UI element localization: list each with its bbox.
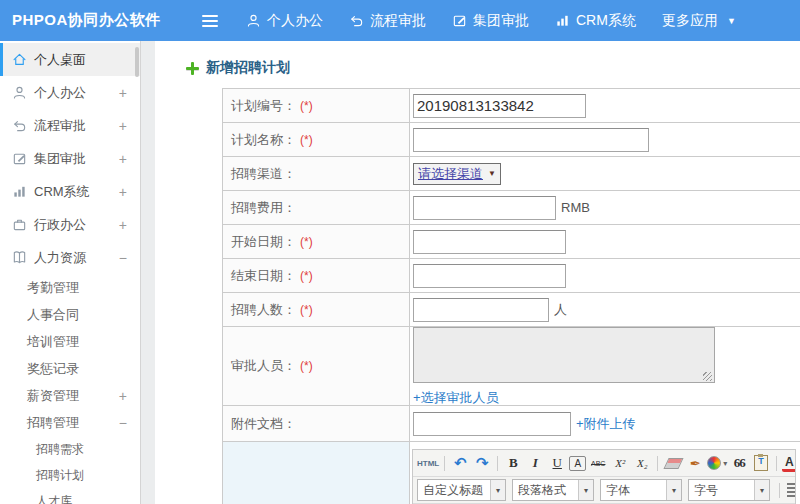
page-title: 新增招聘计划 (206, 59, 290, 77)
nav-item-personal-office[interactable]: 个人办公 (246, 12, 323, 30)
nav-item-more-apps[interactable]: 更多应用▼ (662, 12, 736, 30)
sidebar-item-label: 薪资管理 (27, 387, 79, 405)
sidebar-item-salary-management[interactable]: 薪资管理+ (0, 382, 140, 409)
approvers-textarea[interactable] (413, 327, 715, 383)
collapse-icon[interactable]: − (119, 250, 127, 266)
sidebar-item-label: 招聘需求 (36, 441, 84, 458)
chart-icon (555, 13, 570, 28)
richtext-editor: HTML↶↷BIUAABCX²X₂✒▾66A▾ab▾自定义标题▾段落格式▾字体▾… (412, 449, 796, 504)
approvers-picker-link[interactable]: +选择审批人员 (413, 389, 499, 407)
recruitment-cost-input[interactable] (413, 196, 556, 220)
sidebar-item-recruitment-plan[interactable]: 招聘计划 (0, 462, 140, 488)
eraser-button[interactable] (663, 453, 683, 473)
undo-button[interactable]: ↶ (450, 453, 470, 473)
app-title: PHPOA协同办公软件 (0, 11, 188, 30)
subscript-button[interactable]: X₂ (632, 453, 652, 473)
field-label-text: 审批人员： (231, 357, 296, 375)
nav-item-label: CRM系统 (576, 12, 636, 30)
field-value (410, 89, 800, 122)
nav-item-label: 个人办公 (267, 12, 323, 30)
field-label-text: 附件文档： (231, 415, 296, 433)
recruitment-channel-select[interactable]: 请选择渠道▼ (413, 163, 501, 185)
sidebar-item-recruitment-management[interactable]: 招聘管理− (0, 409, 140, 436)
sidebar-item-personal-desktop[interactable]: 个人桌面 (0, 43, 140, 76)
end-date-input[interactable] (413, 264, 566, 288)
headcount-input[interactable] (413, 298, 549, 322)
sidebar-item-personal-office[interactable]: 个人办公+ (0, 76, 140, 109)
sidebar-item-label: 培训管理 (27, 333, 79, 351)
sidebar-item-workflow-approval[interactable]: 流程审批+ (0, 109, 140, 142)
sidebar-item-training-management[interactable]: 培训管理 (0, 328, 140, 355)
form-row-approvers: 审批人员：(*)+选择审批人员 (223, 327, 800, 406)
color-palette-icon (707, 456, 721, 470)
field-label: 附件文档： (223, 406, 410, 441)
font-color-button[interactable]: A▾ (782, 454, 795, 472)
menu-toggle-button[interactable] (202, 15, 218, 27)
paragraph-format-select[interactable]: 段落格式▾ (512, 479, 594, 501)
strikethrough-button[interactable]: ABC (588, 453, 608, 473)
align-left-icon[interactable] (787, 483, 795, 497)
font-family-select[interactable]: 字体▾ (600, 479, 682, 501)
sidebar-item-human-resources[interactable]: 人力资源− (0, 241, 140, 274)
font-size-select[interactable]: 字号▾ (688, 479, 770, 501)
paste-button[interactable] (751, 453, 771, 473)
app-root: { "glyphs": {"caret_down":"▼","caret_sma… (0, 0, 800, 504)
expand-icon[interactable]: + (119, 184, 127, 200)
form-row-headcount: 招聘人数：(*)人 (223, 293, 800, 327)
sidebar-item-admin-office[interactable]: 行政办公+ (0, 208, 140, 241)
expand-icon[interactable]: + (119, 217, 127, 233)
plan-name-input[interactable] (413, 128, 649, 152)
plan-number-input[interactable] (413, 94, 586, 118)
font-box-button[interactable]: A (569, 456, 586, 471)
italic-button[interactable]: I (525, 453, 545, 473)
sidebar-item-group-approval[interactable]: 集团审批+ (0, 142, 140, 175)
sidebar-item-recruitment-demand[interactable]: 招聘需求 (0, 436, 140, 462)
field-label: 结束日期：(*) (223, 259, 410, 292)
caret-down-icon: ▼ (488, 169, 496, 178)
collapse-icon[interactable]: − (119, 415, 127, 431)
expand-icon[interactable]: + (119, 388, 127, 404)
sidebar-item-personnel-contract[interactable]: 人事合同 (0, 301, 140, 328)
required-marker: (*) (300, 99, 313, 113)
blockquote-button[interactable]: 66 (729, 453, 749, 473)
color-palette-button[interactable]: ▾ (707, 453, 727, 473)
nav-item-workflow-approval[interactable]: 流程审批 (349, 12, 426, 30)
nav-item-label: 集团审批 (473, 12, 529, 30)
home-icon (12, 52, 27, 67)
sidebar-item-attendance-management[interactable]: 考勤管理 (0, 274, 140, 301)
sidebar-item-crm-system[interactable]: CRM系统+ (0, 175, 140, 208)
user-icon (12, 85, 27, 100)
expand-icon[interactable]: + (119, 151, 127, 167)
toolbar-separator (779, 483, 780, 498)
select-value: 字号 (689, 482, 754, 499)
field-label-text: 开始日期： (231, 233, 296, 251)
sidebar-item-talent-pool[interactable]: 人才库 (0, 488, 140, 504)
underline-button[interactable]: U (547, 453, 567, 473)
field-value: +选择审批人员 (410, 327, 800, 405)
custom-heading-select[interactable]: 自定义标题▾ (417, 479, 506, 501)
attachment-input[interactable] (413, 412, 571, 436)
start-date-input[interactable] (413, 230, 566, 254)
field-label (223, 442, 410, 504)
bold-button[interactable]: B (503, 453, 523, 473)
superscript-button[interactable]: X² (610, 453, 630, 473)
attachment-upload-link[interactable]: +附件上传 (576, 415, 636, 433)
nav-item-group-approval[interactable]: 集团审批 (452, 12, 529, 30)
nav-item-crm-system[interactable]: CRM系统 (555, 12, 636, 30)
briefcase-icon (12, 217, 27, 232)
top-nav: 个人办公流程审批集团审批CRM系统更多应用▼ (246, 12, 736, 30)
format-brush-button[interactable]: ✒ (685, 453, 705, 473)
expand-icon[interactable]: + (119, 85, 127, 101)
sidebar-item-reward-punishment[interactable]: 奖惩记录 (0, 355, 140, 382)
field-label: 开始日期：(*) (223, 225, 410, 258)
field-label: 招聘渠道： (223, 157, 410, 190)
sidebar-scrollbar[interactable] (135, 47, 139, 77)
nav-item-label: 流程审批 (370, 12, 426, 30)
expand-icon[interactable]: + (119, 118, 127, 134)
source-button[interactable]: HTML (417, 453, 439, 473)
sidebar-item-label: 招聘计划 (36, 467, 84, 484)
redo-button[interactable]: ↷ (472, 453, 492, 473)
book-icon (12, 250, 27, 265)
field-value: +附件上传 (410, 406, 800, 441)
required-marker: (*) (300, 303, 313, 317)
